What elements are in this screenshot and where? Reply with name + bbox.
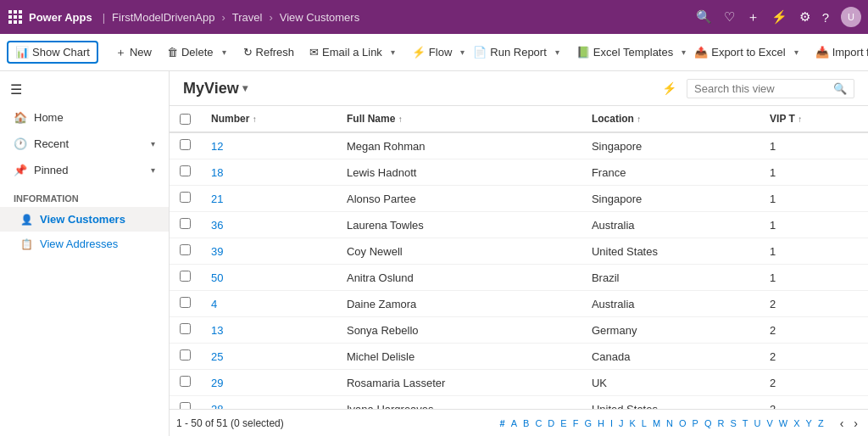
row-number-link[interactable]: 21 (211, 193, 223, 205)
flow-dropdown-arrow[interactable]: ▾ (460, 48, 465, 57)
row-checkbox-cell[interactable] (170, 370, 201, 396)
row-checkbox[interactable] (180, 297, 191, 308)
alpha-btn-Z[interactable]: Z (815, 416, 826, 430)
row-number-link[interactable]: 25 (211, 350, 223, 363)
row-checkbox[interactable] (180, 139, 191, 150)
row-checkbox-cell[interactable] (170, 238, 201, 265)
notification-icon[interactable]: ♡ (724, 9, 735, 25)
row-number-link[interactable]: 50 (211, 271, 223, 284)
row-number-link[interactable]: 13 (211, 324, 223, 337)
row-checkbox[interactable] (180, 349, 191, 361)
alpha-btn-#[interactable]: # (498, 416, 508, 430)
alpha-btn-P[interactable]: P (690, 416, 701, 430)
breadcrumb-travel[interactable]: Travel (232, 11, 263, 24)
row-checkbox[interactable] (180, 218, 191, 229)
alpha-btn-U[interactable]: U (752, 416, 764, 430)
column-header-vip[interactable]: VIP T ↑ (760, 106, 868, 132)
alpha-btn-W[interactable]: W (776, 416, 790, 430)
add-icon[interactable]: ＋ (747, 9, 760, 25)
column-header-number[interactable]: Number ↑ (201, 106, 337, 132)
alpha-btn-I[interactable]: I (608, 416, 615, 430)
row-checkbox[interactable] (180, 165, 191, 176)
row-number-link[interactable]: 36 (211, 219, 223, 232)
next-page-button[interactable]: › (850, 415, 861, 432)
help-icon[interactable]: ? (822, 10, 829, 25)
alpha-btn-F[interactable]: F (570, 416, 581, 430)
flow-button[interactable]: ⚡ Flow (405, 42, 459, 62)
search-icon[interactable]: 🔍 (696, 9, 712, 25)
alpha-btn-A[interactable]: A (509, 416, 520, 430)
breadcrumb-view-customers[interactable]: View Customers (280, 11, 359, 24)
row-checkbox[interactable] (180, 244, 191, 255)
row-checkbox-cell[interactable] (170, 344, 201, 370)
breadcrumb-app[interactable]: FirstModelDrivenApp (112, 11, 214, 24)
run-report-button[interactable]: 📄 Run Report (466, 42, 553, 62)
alpha-btn-D[interactable]: D (545, 416, 557, 430)
alpha-btn-J[interactable]: J (616, 416, 626, 430)
run-report-dropdown-arrow[interactable]: ▾ (555, 48, 559, 57)
row-checkbox[interactable] (180, 376, 191, 387)
row-checkbox[interactable] (180, 402, 191, 409)
alpha-btn-H[interactable]: H (595, 416, 607, 430)
email-dropdown-arrow[interactable]: ▾ (391, 48, 395, 57)
row-checkbox[interactable] (180, 271, 191, 282)
alpha-btn-X[interactable]: X (791, 416, 802, 430)
user-avatar[interactable]: U (841, 7, 861, 27)
row-number-link[interactable]: 39 (211, 245, 223, 258)
export-excel-button[interactable]: 📤 Export to Excel (687, 42, 792, 62)
settings-icon[interactable]: ⚙ (799, 9, 810, 25)
row-checkbox-cell[interactable] (170, 265, 201, 291)
search-icon[interactable]: 🔍 (833, 82, 847, 95)
alpha-btn-O[interactable]: O (676, 416, 689, 430)
alpha-btn-G[interactable]: G (581, 416, 594, 430)
row-checkbox-cell[interactable] (170, 212, 201, 238)
row-number-link[interactable]: 4 (211, 298, 217, 310)
row-number-link[interactable]: 18 (211, 166, 223, 179)
select-all-checkbox-header[interactable] (170, 106, 201, 132)
alpha-btn-Q[interactable]: Q (702, 416, 715, 430)
row-number-link[interactable]: 28 (211, 403, 223, 410)
sidebar-item-view-customers[interactable]: 👤 View Customers (0, 207, 169, 232)
select-all-checkbox[interactable] (180, 114, 191, 125)
filter-icon[interactable]: ⚡ (771, 9, 787, 25)
filter-button[interactable]: ⚡ (659, 78, 680, 98)
alpha-btn-S[interactable]: S (727, 416, 738, 430)
row-number-link[interactable]: 12 (211, 140, 223, 153)
apps-grid-icon[interactable] (7, 8, 24, 25)
prev-page-button[interactable]: ‹ (837, 415, 848, 432)
alpha-btn-N[interactable]: N (664, 416, 676, 430)
row-checkbox-cell[interactable] (170, 317, 201, 344)
view-title[interactable]: MyView ▾ (183, 80, 248, 98)
alpha-btn-V[interactable]: V (765, 416, 776, 430)
hamburger-menu-button[interactable]: ☰ (0, 75, 169, 104)
new-button[interactable]: ＋ New (108, 42, 159, 64)
refresh-button[interactable]: ↻ Refresh (236, 42, 302, 62)
row-checkbox-cell[interactable] (170, 159, 201, 186)
excel-templates-dropdown[interactable]: ▾ (682, 48, 686, 57)
delete-button[interactable]: 🗑 Delete (160, 42, 220, 62)
column-header-location[interactable]: Location ↑ (581, 106, 760, 132)
sidebar-item-pinned[interactable]: 📌 Pinned ▾ (0, 157, 169, 183)
row-checkbox-cell[interactable] (170, 396, 201, 410)
sidebar-item-view-addresses[interactable]: 📋 View Addresses (0, 232, 169, 256)
import-excel-button[interactable]: 📥 Import from Excel (809, 42, 868, 62)
alpha-btn-M[interactable]: M (650, 416, 663, 430)
excel-templates-button[interactable]: 📗 Excel Templates (570, 42, 680, 62)
search-input[interactable] (694, 82, 830, 95)
export-dropdown-arrow[interactable]: ▾ (794, 48, 798, 57)
alpha-btn-T[interactable]: T (740, 416, 751, 430)
email-link-button[interactable]: ✉ Email a Link (303, 42, 389, 62)
alpha-btn-L[interactable]: L (639, 416, 649, 430)
row-checkbox-cell[interactable] (170, 186, 201, 212)
sidebar-item-home[interactable]: 🏠 Home (0, 104, 169, 131)
sidebar-item-recent[interactable]: 🕐 Recent ▾ (0, 131, 169, 157)
row-checkbox-cell[interactable] (170, 132, 201, 159)
alpha-btn-E[interactable]: E (558, 416, 569, 430)
row-checkbox[interactable] (180, 323, 191, 334)
row-number-link[interactable]: 29 (211, 377, 223, 389)
alpha-btn-R[interactable]: R (715, 416, 727, 430)
alpha-btn-Y[interactable]: Y (804, 416, 815, 430)
row-checkbox[interactable] (180, 192, 191, 203)
alpha-btn-B[interactable]: B (520, 416, 531, 430)
show-chart-button[interactable]: 📊 Show Chart (7, 41, 98, 64)
